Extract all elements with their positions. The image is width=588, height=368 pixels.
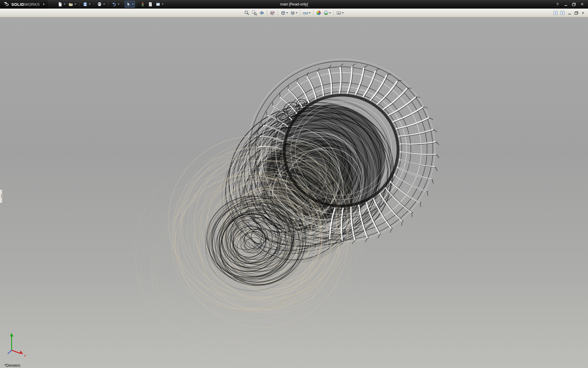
titlebar: SOLIDWORKS — [0, 0, 588, 9]
undo-button[interactable] — [110, 1, 121, 8]
view-settings-icon — [336, 10, 342, 16]
triad-x-label: x — [24, 354, 26, 357]
toolbar-separator — [79, 2, 80, 7]
new-document-icon — [58, 2, 62, 7]
restore-icon — [572, 3, 576, 6]
save-icon — [83, 2, 88, 7]
edit-appearance-button[interactable] — [315, 9, 322, 17]
new-document-button[interactable] — [56, 1, 67, 8]
restore-button[interactable] — [572, 1, 576, 7]
dropdown-arrow-icon[interactable] — [309, 12, 311, 13]
zoom-to-area-icon — [252, 10, 257, 16]
document-title: main [Read-only] — [280, 0, 308, 9]
engine-wireframe-model[interactable] — [0, 17, 588, 368]
open-button[interactable] — [67, 1, 77, 8]
help-button[interactable]: ? — [555, 1, 560, 7]
window-controls: ? × — [555, 1, 588, 7]
zoom-to-fit-icon — [244, 10, 250, 16]
apply-scene-button[interactable] — [323, 9, 332, 17]
dropdown-arrow-icon[interactable] — [329, 12, 331, 13]
dropdown-arrow-icon[interactable] — [132, 4, 134, 5]
toolbar-separator — [278, 10, 278, 16]
dropdown-arrow-icon[interactable] — [286, 12, 288, 13]
toolbar-separator — [108, 2, 108, 7]
section-view-button[interactable] — [269, 9, 276, 17]
previous-view-button[interactable] — [258, 9, 265, 17]
display-style-icon — [290, 10, 296, 16]
document-window-controls: × — [553, 10, 588, 16]
graphics-viewport[interactable]: x *Dimetric — [0, 17, 588, 368]
solidworks-window: SOLIDWORKS — [0, 0, 588, 368]
rebuild-button[interactable] — [139, 1, 146, 8]
display-style-button[interactable] — [289, 9, 298, 17]
dropdown-arrow-icon[interactable] — [296, 12, 298, 13]
dropdown-arrow-icon[interactable] — [118, 4, 119, 5]
show-display-pane-button[interactable] — [560, 10, 565, 16]
previous-view-icon — [259, 10, 265, 16]
dropdown-arrow-icon[interactable] — [64, 4, 66, 5]
select-cursor-icon — [126, 2, 131, 7]
file-properties-icon — [148, 2, 153, 7]
headsup-toolbar-row: × — [0, 9, 588, 17]
toolbar-separator — [137, 2, 137, 7]
close-button[interactable]: × — [580, 1, 584, 7]
minimize-document-button[interactable] — [567, 10, 571, 16]
save-button[interactable] — [81, 1, 92, 8]
brand-text: SOLIDWORKS — [11, 2, 40, 7]
open-folder-icon — [68, 2, 73, 7]
orientation-triad: x — [5, 331, 29, 358]
restore-document-button[interactable] — [574, 10, 578, 16]
restore-document-icon — [575, 11, 578, 15]
edit-appearance-ball-icon — [316, 10, 322, 16]
show-featuremanager-button[interactable] — [553, 10, 558, 16]
zoom-to-fit-button[interactable] — [244, 9, 251, 17]
dropdown-arrow-icon[interactable] — [89, 4, 91, 5]
apply-scene-icon — [323, 10, 329, 16]
rebuild-stoplight-icon — [140, 2, 145, 7]
select-tool-button[interactable] — [125, 1, 135, 8]
dropdown-arrow-icon[interactable] — [74, 4, 76, 5]
view-settings-button[interactable] — [336, 9, 345, 17]
options-button[interactable] — [154, 1, 165, 8]
dropdown-arrow-icon[interactable] — [162, 4, 164, 5]
dassault-3ds-logo-icon — [2, 2, 9, 7]
undo-icon — [111, 2, 116, 7]
toolbar-separator — [94, 2, 94, 7]
headsup-view-toolbar — [244, 9, 345, 17]
minimize-button[interactable] — [564, 1, 568, 7]
dropdown-arrow-icon[interactable] — [342, 12, 344, 13]
view-orientation-label: *Dimetric — [4, 363, 21, 368]
panel-splitter-handle[interactable] — [0, 189, 3, 203]
hide-show-items-glasses-icon — [303, 10, 309, 16]
close-document-button[interactable]: × — [581, 10, 585, 16]
main-toolbar — [56, 1, 165, 8]
solidworks-brand: SOLIDWORKS — [0, 0, 48, 9]
dropdown-arrow-icon[interactable] — [103, 4, 105, 5]
pane-arrow-right-icon — [560, 11, 565, 15]
file-properties-button[interactable] — [147, 1, 154, 8]
toolbar-separator — [267, 10, 267, 16]
toolbar-separator — [300, 10, 300, 16]
view-orientation-button[interactable] — [280, 9, 289, 17]
toolbar-separator — [123, 2, 123, 7]
pane-arrow-left-icon — [553, 11, 558, 15]
view-orientation-cube-icon — [281, 10, 286, 16]
toolbar-separator — [313, 10, 314, 16]
print-button[interactable] — [96, 1, 106, 8]
zoom-to-area-button[interactable] — [251, 9, 258, 17]
options-panel-icon — [156, 2, 160, 7]
print-icon — [97, 2, 102, 7]
toolbar-separator — [334, 10, 334, 16]
section-view-icon — [270, 10, 275, 16]
hide-show-items-button[interactable] — [302, 9, 311, 17]
menu-flyout-arrow[interactable] — [43, 3, 45, 6]
